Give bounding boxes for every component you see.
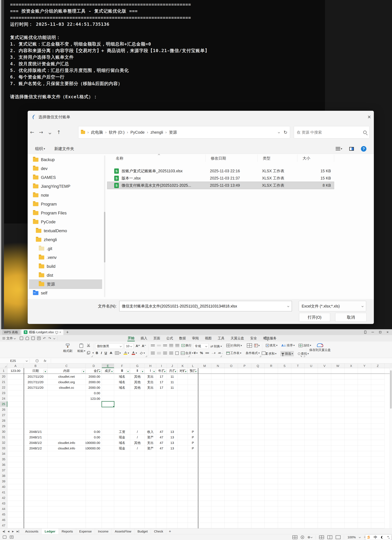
cell-N20[interactable] bbox=[211, 374, 225, 379]
cell-V28[interactable] bbox=[318, 418, 331, 424]
cell-N41[interactable] bbox=[211, 490, 225, 495]
cell-L22[interactable] bbox=[188, 385, 198, 390]
move-tool-icon[interactable]: ⊕ bbox=[308, 535, 312, 539]
cell-U42[interactable] bbox=[304, 495, 318, 501]
cell-A35[interactable] bbox=[7, 457, 24, 462]
cell-R35[interactable] bbox=[265, 457, 278, 462]
zoom-formula-icon[interactable] bbox=[35, 359, 39, 362]
cell-U32[interactable] bbox=[304, 440, 318, 445]
cell-G45[interactable] bbox=[130, 512, 145, 517]
cell-F47[interactable] bbox=[114, 523, 130, 528]
cell-C24[interactable] bbox=[48, 396, 86, 401]
cell-B36[interactable] bbox=[24, 462, 48, 468]
cell-W46[interactable] bbox=[331, 517, 344, 523]
filter-button[interactable]: ▼ bbox=[110, 370, 114, 373]
cell-E34[interactable] bbox=[102, 451, 114, 457]
cell-C31[interactable] bbox=[48, 435, 86, 440]
cell-X42[interactable] bbox=[344, 495, 358, 501]
cell-N43[interactable] bbox=[211, 501, 225, 506]
cell-W24[interactable] bbox=[331, 396, 344, 401]
cell-F25[interactable] bbox=[114, 401, 130, 407]
cell-B34[interactable] bbox=[24, 451, 48, 457]
cell-K40[interactable] bbox=[178, 484, 188, 490]
cell-B45[interactable] bbox=[24, 512, 48, 517]
cell-A38[interactable] bbox=[7, 473, 24, 479]
cell-E26[interactable] bbox=[102, 407, 114, 412]
column-header-O[interactable]: O bbox=[225, 364, 238, 368]
cell-B26[interactable] bbox=[24, 407, 48, 412]
file-row[interactable]: S版本一.xlsx2025-11-03 21:37XLSX 工作表15 KB bbox=[107, 175, 334, 182]
cell-S25[interactable] bbox=[278, 401, 291, 407]
cell-P23[interactable] bbox=[238, 390, 251, 396]
cell-Z31[interactable] bbox=[371, 435, 384, 440]
cell-V47[interactable] bbox=[318, 523, 331, 528]
row-header-33[interactable]: 33 bbox=[0, 445, 7, 451]
cell-U1[interactable] bbox=[304, 368, 318, 374]
cell-R25[interactable] bbox=[265, 401, 278, 407]
cell-K30[interactable] bbox=[178, 429, 188, 435]
cell-A46[interactable] bbox=[7, 517, 24, 523]
command-search-icon[interactable] bbox=[264, 336, 267, 340]
cell-J36[interactable] bbox=[167, 462, 178, 468]
cell-L43[interactable] bbox=[188, 501, 198, 506]
cell-Y23[interactable] bbox=[358, 390, 371, 396]
cell-Z20[interactable] bbox=[371, 374, 384, 379]
font-size-select[interactable]: 10 bbox=[124, 343, 133, 349]
name-box[interactable]: E25 bbox=[0, 359, 26, 363]
cell-H40[interactable] bbox=[145, 484, 156, 490]
add-sheet-button[interactable]: + bbox=[169, 529, 171, 534]
column-header-P[interactable]: P bbox=[238, 364, 251, 368]
cell-K29[interactable] bbox=[178, 424, 188, 429]
cell-K34[interactable] bbox=[178, 451, 188, 457]
cell-T26[interactable] bbox=[291, 407, 304, 412]
cell-T38[interactable] bbox=[291, 473, 304, 479]
row-header-38[interactable]: 38 bbox=[0, 473, 7, 479]
cell-F24[interactable] bbox=[114, 396, 130, 401]
column-header-type[interactable]: 类型 bbox=[263, 156, 270, 161]
cell-W33[interactable] bbox=[331, 445, 344, 451]
cell-Z22[interactable] bbox=[371, 385, 384, 390]
cell-L1[interactable]: 预算▼ bbox=[188, 368, 198, 374]
cell-A43[interactable] bbox=[7, 501, 24, 506]
cell-H25[interactable] bbox=[145, 401, 156, 407]
filename-dropdown-icon[interactable] bbox=[287, 305, 289, 307]
cell-X41[interactable] bbox=[344, 490, 358, 495]
column-header-B[interactable]: B bbox=[24, 364, 48, 368]
cell-B44[interactable] bbox=[24, 506, 48, 512]
cell-I23[interactable] bbox=[156, 390, 167, 396]
cell-Y38[interactable] bbox=[358, 473, 371, 479]
cell-A25[interactable] bbox=[7, 401, 24, 407]
cell-A26[interactable] bbox=[7, 407, 24, 412]
cell-M29[interactable] bbox=[198, 424, 211, 429]
cell-K31[interactable] bbox=[178, 435, 188, 440]
cell-T42[interactable] bbox=[291, 495, 304, 501]
cell-U21[interactable] bbox=[304, 379, 318, 385]
row-header-1[interactable]: 1 bbox=[0, 368, 7, 374]
cell-H36[interactable] bbox=[145, 462, 156, 468]
cell-A44[interactable] bbox=[7, 506, 24, 512]
cell-V32[interactable] bbox=[318, 440, 331, 445]
cell-P38[interactable] bbox=[238, 473, 251, 479]
cell-H35[interactable] bbox=[145, 457, 156, 462]
cell-O33[interactable] bbox=[225, 445, 238, 451]
cell-Z23[interactable] bbox=[371, 390, 384, 396]
cell-Q25[interactable] bbox=[251, 401, 265, 407]
cell-F28[interactable] bbox=[114, 418, 130, 424]
cell-Z29[interactable] bbox=[371, 424, 384, 429]
cell-C25[interactable] bbox=[48, 401, 86, 407]
cell-S44[interactable] bbox=[278, 506, 291, 512]
cell-D31[interactable]: 0.00 bbox=[86, 435, 102, 440]
row-header-43[interactable]: 43 bbox=[0, 501, 7, 506]
cell-J45[interactable] bbox=[167, 512, 178, 517]
cell-Q30[interactable] bbox=[251, 429, 265, 435]
cell-F35[interactable] bbox=[114, 457, 130, 462]
cell-H44[interactable] bbox=[145, 506, 156, 512]
cell-X35[interactable] bbox=[344, 457, 358, 462]
cell-O23[interactable] bbox=[225, 390, 238, 396]
cell-B42[interactable] bbox=[24, 495, 48, 501]
sogou-icon[interactable]: S bbox=[367, 535, 370, 540]
cell-Y20[interactable] bbox=[358, 374, 371, 379]
breadcrumb-item[interactable]: 软件 (D:) bbox=[109, 130, 125, 135]
cell-W25[interactable] bbox=[331, 401, 344, 407]
cell-E32[interactable] bbox=[102, 440, 114, 445]
